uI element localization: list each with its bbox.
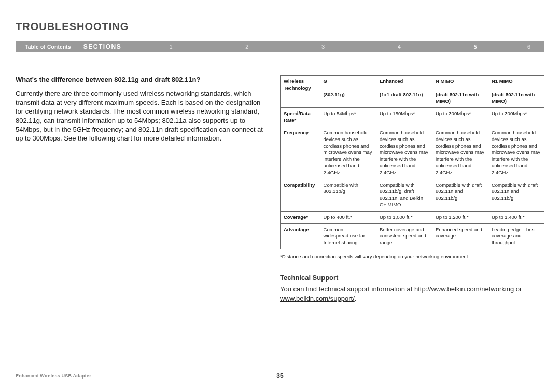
- support-link[interactable]: www.belkin.com/support/: [280, 295, 355, 302]
- section-nav: Table of Contents SECTIONS 1 2 3 4 5 6: [16, 41, 544, 52]
- nav-section-3[interactable]: 3: [285, 44, 361, 50]
- col-header-n1mimo: N1 MIMO(draft 802.11n with MIMO): [488, 76, 544, 108]
- faq-answer: Currently there are three commonly used …: [16, 89, 270, 143]
- table-row: FrequencyCommon household devices such a…: [281, 127, 544, 179]
- col-header-nmimo: N MIMO(draft 802.11n with MIMO): [432, 76, 488, 108]
- col-header-g: G(802.11g): [320, 76, 376, 108]
- table-row: CompatibilityCompatible with 802.11b/gCo…: [281, 179, 544, 211]
- comparison-table: Wireless Technology G(802.11g) Enhanced(…: [280, 75, 544, 249]
- table-row: Coverage*Up to 400 ft.*Up to 1,000 ft.*U…: [281, 211, 544, 223]
- nav-sections-label: SECTIONS: [80, 43, 133, 50]
- tech-support-heading: Technical Support: [280, 274, 544, 282]
- faq-question: What's the difference between 802.11g an…: [16, 75, 270, 84]
- nav-toc[interactable]: Table of Contents: [16, 44, 80, 50]
- tech-support-text: You can find technical support informati…: [280, 285, 544, 303]
- table-row: AdvantageCommon—widespread use for Inter…: [281, 223, 544, 249]
- page-title: TROUBLESHOOTING: [16, 21, 544, 33]
- nav-section-6[interactable]: 6: [513, 44, 544, 50]
- nav-section-5[interactable]: 5: [437, 44, 513, 50]
- table-footnote: *Distance and connection speeds will var…: [280, 254, 544, 259]
- nav-section-2[interactable]: 2: [209, 44, 285, 50]
- table-row: Speed/Data Rate*Up to 54Mbps*Up to 150Mb…: [281, 108, 544, 127]
- footer-product: Enhanced Wireless USB Adapter: [16, 373, 91, 379]
- table-row: Wireless Technology G(802.11g) Enhanced(…: [281, 76, 544, 108]
- page-number: 35: [276, 372, 283, 380]
- nav-section-1[interactable]: 1: [133, 44, 209, 50]
- col-header-tech: Wireless Technology: [281, 76, 320, 108]
- col-header-enhanced: Enhanced(1x1 draft 802.11n): [376, 76, 432, 108]
- nav-section-4[interactable]: 4: [361, 44, 437, 50]
